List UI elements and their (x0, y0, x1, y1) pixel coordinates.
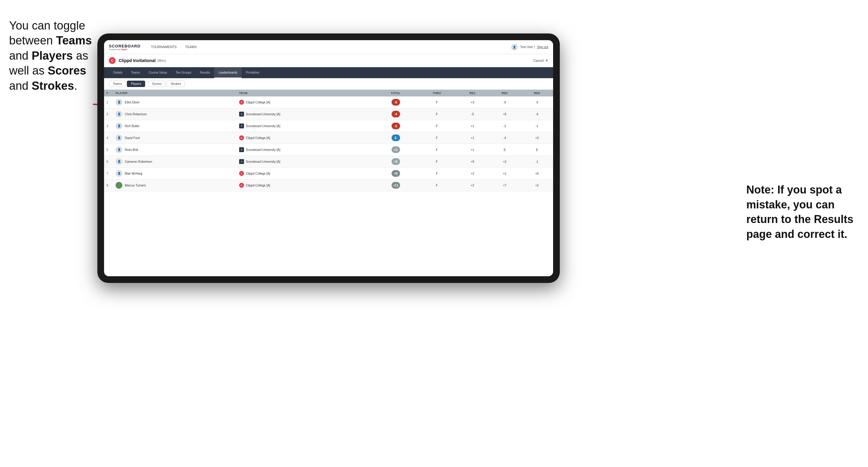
avatar: 👤 (116, 134, 122, 141)
team-logo-icon: C (239, 171, 244, 176)
cell-player: 👤 Blair McHarg (113, 168, 237, 180)
cell-rd3: E (521, 144, 553, 156)
cell-rd2: E (489, 144, 521, 156)
cell-rd1: +1 (456, 120, 489, 132)
cell-player: 🌿 Marcus Turners (113, 180, 237, 191)
toggle-strokes-button[interactable]: Strokes (167, 81, 185, 87)
toggle-players-button[interactable]: Players (127, 81, 145, 87)
col-team: TEAM (237, 90, 374, 96)
cell-team: C Clippd College [A] (237, 180, 374, 191)
cell-rd3: +3 (521, 132, 553, 144)
avatar: 👤 (116, 111, 122, 118)
cell-player: 👤 Cameron Robertson (113, 156, 237, 168)
table-row: 2 👤 Chris Robertson S Scoreboard Univers… (104, 108, 553, 120)
cell-team: S Scoreboard University [A] (237, 144, 374, 156)
team-logo-icon: S (239, 147, 244, 152)
cell-team: C Clippd College [A] (237, 132, 374, 144)
avatar: 👤 (116, 170, 122, 177)
cell-team: C Clippd College [A] (237, 96, 374, 108)
table-row: 8 🌿 Marcus Turners C Clippd College [A] (104, 180, 553, 191)
team-logo-icon: C (239, 183, 244, 188)
cell-player: 👤 Rees Britt (113, 144, 237, 156)
cell-team: S Scoreboard University [A] (237, 120, 374, 132)
cell-pos: 3 (104, 120, 113, 132)
toggle-scores-button[interactable]: Scores (148, 81, 165, 87)
nav-teams[interactable]: TEAMS (181, 40, 201, 54)
cell-thru: F (417, 108, 456, 120)
cell-team: S Scoreboard University [A] (237, 156, 374, 168)
cell-player: 👤 David Ford (113, 132, 237, 144)
nav-tournaments[interactable]: TOURNAMENTS (147, 40, 181, 54)
cell-rd2: +2 (489, 156, 521, 168)
brand-title: SCOREBOARD (109, 44, 141, 49)
cell-rd2: +7 (489, 180, 521, 191)
team-logo-icon: S (239, 124, 244, 128)
tournament-logo: C (109, 57, 116, 64)
cancel-button[interactable]: Cancel ✕ (533, 58, 548, 63)
tab-course-setup[interactable]: Course Setup (144, 67, 171, 78)
cell-pos: 4 (104, 132, 113, 144)
cell-rd1: +2 (456, 168, 489, 180)
nav-right: 👤 Test User | Sign out (511, 44, 548, 51)
cell-pos: 5 (104, 144, 113, 156)
user-label: Test User | (520, 45, 535, 49)
tab-results[interactable]: Results (196, 67, 214, 78)
team-logo-icon: S (239, 159, 244, 164)
avatar: 👤 (116, 123, 122, 129)
cell-thru: F (417, 96, 456, 108)
toggle-row: Teams Players Scores Strokes (104, 78, 553, 90)
cell-player: 👤 Rich Butler (113, 120, 237, 132)
tournament-gender: (Men) (157, 59, 166, 62)
table-row: 7 👤 Blair McHarg C Clippd College [A] (104, 168, 553, 180)
cell-rd1: +3 (456, 96, 489, 108)
cell-rd1: -5 (456, 108, 489, 120)
top-nav: SCOREBOARD Powered by clippd TOURNAMENTS… (104, 40, 553, 54)
cell-team: C Clippd College [A] (237, 168, 374, 180)
avatar: 🌿 (116, 182, 122, 189)
tab-teams[interactable]: Teams (127, 67, 144, 78)
cell-thru: F (417, 144, 456, 156)
tab-leaderboards[interactable]: Leaderboards (214, 67, 242, 78)
brand-logo: SCOREBOARD Powered by clippd (109, 44, 141, 51)
avatar: 👤 (116, 158, 122, 165)
team-logo-icon: C (239, 135, 244, 140)
table-row: 1 👤 Elliot Ebert C Clippd College [A] (104, 96, 553, 108)
col-position: # (104, 90, 113, 96)
cell-rd3: -1 (521, 120, 553, 132)
cell-player: 👤 Chris Robertson (113, 108, 237, 120)
cell-total: -2 (374, 120, 417, 132)
cell-pos: 6 (104, 156, 113, 168)
tournament-name: Clippd Invitational (119, 58, 155, 63)
cell-total: +1 (374, 144, 417, 156)
cell-rd1: +5 (456, 156, 489, 168)
cell-total: -4 (374, 108, 417, 120)
team-logo-icon: C (239, 100, 244, 105)
sub-nav: Details Teams Course Setup Tee Groups Re… (104, 67, 553, 78)
cell-pos: 1 (104, 96, 113, 108)
avatar: 👤 (116, 146, 122, 153)
tablet-frame: SCOREBOARD Powered by clippd TOURNAMENTS… (97, 33, 560, 283)
close-icon: ✕ (545, 58, 548, 63)
table-row: 5 👤 Rees Britt S Scoreboard University [… (104, 144, 553, 156)
cell-total: +11 (374, 180, 417, 191)
cell-thru: F (417, 156, 456, 168)
tab-details[interactable]: Details (109, 67, 127, 78)
col-rd2: RD2 (489, 90, 521, 96)
table-row: 6 👤 Cameron Robertson S Scoreboard Unive… (104, 156, 553, 168)
right-annotation: Note: If you spot a mistake, you can ret… (746, 183, 859, 242)
cell-thru: F (417, 120, 456, 132)
cell-rd3: -4 (521, 108, 553, 120)
leaderboard-table-container: # PLAYER TEAM TOTAL THRU RD1 RD2 RD3 1 (104, 90, 553, 276)
sign-out-link[interactable]: Sign out (537, 45, 548, 49)
tab-tee-groups[interactable]: Tee Groups (171, 67, 196, 78)
col-total: TOTAL (374, 90, 417, 96)
cell-thru: F (417, 180, 456, 191)
user-icon: 👤 (511, 44, 518, 51)
cell-thru: F (417, 132, 456, 144)
cell-rd3: -1 (521, 156, 553, 168)
brand-sub: Powered by clippd (109, 49, 141, 51)
tab-printables[interactable]: Printables (242, 67, 264, 78)
nav-links: TOURNAMENTS TEAMS (147, 40, 511, 54)
cell-rd2: -4 (489, 132, 521, 144)
toggle-teams-button[interactable]: Teams (109, 81, 126, 87)
